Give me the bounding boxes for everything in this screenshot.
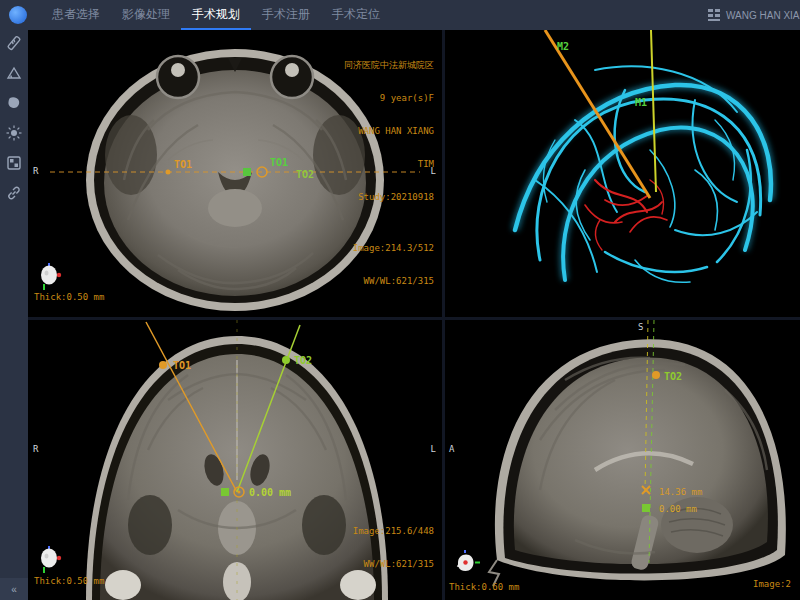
- orientation-head-icon: [453, 550, 481, 582]
- contrast-icon: [6, 125, 22, 145]
- m1-label: M1: [635, 97, 647, 108]
- sagittal-image-number: Image:2: [753, 579, 791, 590]
- nav-item-image-processing[interactable]: 影像处理: [111, 0, 181, 30]
- coronal-target-marker[interactable]: [221, 488, 229, 496]
- vessel-3d-render: M2 M1: [445, 30, 800, 317]
- viewport-3d-vessels[interactable]: M2 M1: [445, 30, 800, 317]
- sagittal-thickness: Thick:0.60 mm: [449, 582, 519, 593]
- app-logo-icon: [9, 6, 27, 24]
- axial-green-label-1: TO1: [270, 157, 288, 168]
- layout-tool-button[interactable]: [0, 150, 28, 180]
- axial-thickness: Thick:0.50 mm: [34, 292, 104, 303]
- nav-menu: 患者选择 影像处理 手术规划 手术注册 手术定位: [41, 0, 391, 30]
- nav-item-surgery-positioning[interactable]: 手术定位: [321, 0, 391, 30]
- sagittal-mri-image: TO2 14.36 mm 0.00 mm: [445, 320, 800, 600]
- axial-orientation-left: R: [33, 166, 38, 176]
- hospital-name: 同济医院中法新城院区: [344, 60, 434, 71]
- m2-label: M2: [557, 41, 569, 52]
- trajectory-m1-line[interactable]: [651, 30, 656, 192]
- layout-icon: [6, 155, 22, 175]
- nav-item-surgery-registration[interactable]: 手术注册: [251, 0, 321, 30]
- axial-image-info: Image:214.3/512 WW/WL:621/315: [353, 221, 434, 309]
- ruler-tool-button[interactable]: [0, 30, 28, 60]
- sagittal-orientation-left: A: [449, 444, 454, 454]
- coronal-orientation-right: L: [431, 444, 436, 454]
- grid-icon: [708, 9, 720, 21]
- viewport-sagittal[interactable]: TO2 14.36 mm 0.00 mm A S Thick:0.60 mm I…: [445, 320, 800, 600]
- orientation-head-icon: [38, 263, 64, 295]
- orientation-head-icon: [38, 546, 64, 578]
- link-views-tool-button[interactable]: [0, 180, 28, 210]
- sagittal-target-marker[interactable]: [642, 504, 650, 512]
- user-name: WANG HAN XIANG: [726, 10, 800, 21]
- patient-name: WANG HAN XIANG: [344, 126, 434, 137]
- sagittal-distance1-label: 14.36 mm: [659, 487, 702, 497]
- coronal-to2-point[interactable]: [282, 356, 290, 364]
- coronal-to2-label: TO2: [294, 355, 312, 366]
- sagittal-to2-label: TO2: [664, 371, 682, 382]
- patient-info-overlay: 同济医院中法新城院区 9 year(s)F WANG HAN XIANG TIM…: [344, 38, 434, 225]
- viewport-coronal[interactable]: TO1 TO2 0.00 mm R L Thick:0.50 mm Image:…: [28, 320, 442, 600]
- ruler-icon: [6, 35, 22, 55]
- brightness-tool-button[interactable]: [0, 120, 28, 150]
- axial-target-marker[interactable]: [243, 168, 251, 176]
- axial-image-number: Image:214.3/512: [353, 243, 434, 254]
- sequence-name: TIM: [344, 159, 434, 170]
- patient-age-sex: 9 year(s)F: [344, 93, 434, 104]
- angle-icon: [6, 65, 22, 85]
- coronal-thickness: Thick:0.50 mm: [34, 576, 104, 587]
- axial-to1-label: TO1: [174, 159, 192, 170]
- collapse-sidebar-button[interactable]: «: [0, 578, 28, 600]
- coronal-image-info: Image:215.6/448 WW/WL:621/315: [353, 504, 434, 592]
- nav-item-patient-select[interactable]: 患者选择: [41, 0, 111, 30]
- axial-entry-point-to1[interactable]: [166, 170, 171, 175]
- trajectory-m2-line[interactable]: [545, 30, 650, 198]
- coronal-distance-label: 0.00 mm: [249, 487, 291, 498]
- link-icon: [6, 185, 22, 205]
- surgical-planning-app: 患者选择 影像处理 手术规划 手术注册 手术定位 WANG HAN XIANG: [0, 0, 800, 600]
- axial-orientation-right: L: [431, 166, 436, 176]
- axial-green-label-2: TO2: [296, 169, 314, 180]
- sagittal-distance2-label: 0.00 mm: [659, 504, 697, 514]
- segment-icon: [6, 95, 22, 115]
- coronal-orientation-left: R: [33, 444, 38, 454]
- coronal-window-level: WW/WL:621/315: [353, 559, 434, 570]
- top-nav: 患者选择 影像处理 手术规划 手术注册 手术定位 WANG HAN XIANG: [0, 0, 800, 30]
- nav-item-surgery-planning[interactable]: 手术规划: [181, 0, 251, 30]
- tools-sidebar: «: [0, 30, 28, 600]
- segmentation-tool-button[interactable]: [0, 90, 28, 120]
- viewport-axial[interactable]: TO1 TO1 TO2 同济医院中法新城院区 9 year(s)F WANG H…: [28, 30, 442, 317]
- angle-tool-button[interactable]: [0, 60, 28, 90]
- sagittal-to2-point[interactable]: [652, 371, 660, 379]
- coronal-to1-label: TO1: [173, 360, 191, 371]
- sagittal-orientation-top: S: [638, 322, 643, 332]
- coronal-to1-point[interactable]: [159, 361, 167, 369]
- study-date: Study:20210918: [344, 192, 434, 203]
- coronal-image-number: Image:215.6/448: [353, 526, 434, 537]
- axial-window-level: WW/WL:621/315: [353, 276, 434, 287]
- user-menu[interactable]: WANG HAN XIANG: [708, 0, 800, 30]
